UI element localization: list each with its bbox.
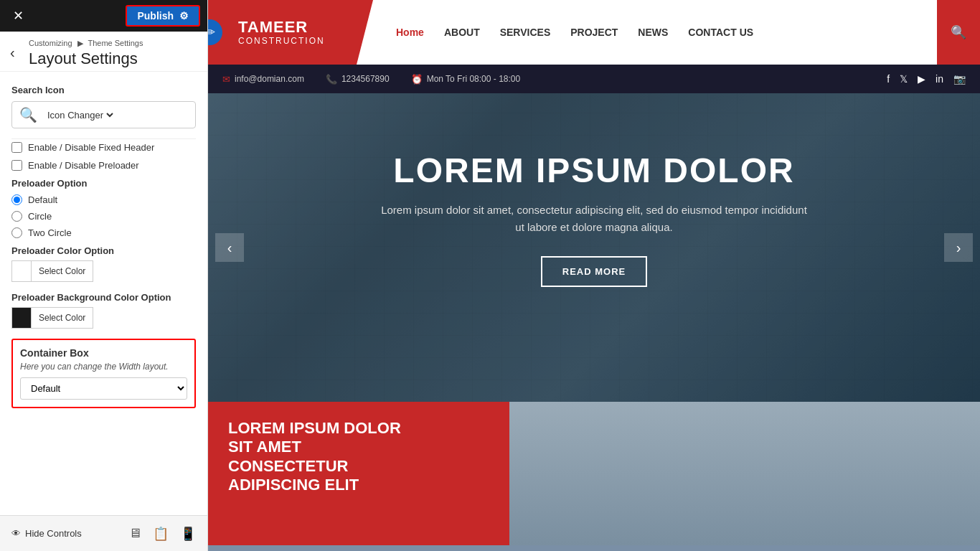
hero-content: LOREM IPSUM DOLOR Lorem ipsum dolor sit … xyxy=(208,93,980,287)
hide-controls-button[interactable]: 👁 Hide Controls xyxy=(11,528,82,539)
preloader-option-label: Preloader Option xyxy=(11,178,196,189)
logo-area: ✏ TAMEER CONSTRUCTION xyxy=(208,0,373,65)
icon-changer-select[interactable]: Icon Changer Option 1 Option 2 xyxy=(44,109,116,121)
fixed-header-checkbox[interactable] xyxy=(11,142,22,153)
top-bar: ✕ Publish ⚙ xyxy=(0,0,207,32)
breadcrumb-customizing: Customizing xyxy=(29,39,72,47)
desktop-icon[interactable]: 🖥 xyxy=(128,526,141,542)
gear-icon: ⚙ xyxy=(179,10,189,22)
preloader-select-color-button[interactable]: Select Color xyxy=(32,260,93,282)
radio-default-row: Default xyxy=(11,194,196,205)
breadcrumb-theme-settings: Theme Settings xyxy=(88,39,143,47)
search-icon-row: 🔍 Icon Changer Option 1 Option 2 xyxy=(11,101,196,128)
breadcrumb-area: ‹ Customizing ▶ Theme Settings Layout Se… xyxy=(0,32,207,72)
publish-button[interactable]: Publish ⚙ xyxy=(126,5,200,27)
panel-scroll: Search Icon 🔍 Icon Changer Option 1 Opti… xyxy=(0,72,207,515)
logo-icon-circle: ✏ xyxy=(208,19,222,45)
tablet-icon[interactable]: 📋 xyxy=(153,526,169,542)
preloader-label: Enable / Disable Preloader xyxy=(28,160,139,171)
radio-circle[interactable] xyxy=(11,211,22,222)
nav-contact[interactable]: CONTACT US xyxy=(679,21,762,44)
container-box-section: Container Box Here you can change the Wi… xyxy=(11,339,196,408)
left-panel: ✕ Publish ⚙ ‹ Customizing ▶ Theme Settin… xyxy=(0,0,208,551)
preloader-row: Enable / Disable Preloader xyxy=(11,160,196,171)
preloader-option-section: Preloader Option Default Circle Two Circ… xyxy=(11,178,196,238)
back-button[interactable]: ‹ xyxy=(7,42,18,64)
preloader-bg-select-color-button[interactable]: Select Color xyxy=(32,307,93,329)
preloader-color-row: Select Color xyxy=(11,260,196,282)
logo-text: TAMEER CONSTRUCTION xyxy=(238,19,325,46)
instagram-icon[interactable]: 📷 xyxy=(953,73,966,85)
phone-info: 📞 1234567890 xyxy=(326,74,390,85)
container-box-description: Here you can change the Width layout. xyxy=(20,362,187,372)
preloader-bg-color-label: Preloader Background Color Option xyxy=(11,292,196,303)
company-sub: CONSTRUCTION xyxy=(238,36,325,46)
preloader-color-swatch xyxy=(11,260,32,282)
nav-services[interactable]: SERVICES xyxy=(491,21,560,44)
close-button[interactable]: ✕ xyxy=(7,5,29,27)
preloader-color-label: Preloader Color Option xyxy=(11,245,196,256)
search-icon: 🔍 xyxy=(19,106,37,123)
radio-two-circle[interactable] xyxy=(11,227,22,238)
clock-icon: ⏰ xyxy=(411,74,423,85)
facebook-icon[interactable]: f xyxy=(887,73,890,85)
phone-text: 1234567890 xyxy=(341,74,390,84)
hero-subtitle: Lorem ipsum dolor sit amet, consectetur … xyxy=(379,202,809,236)
radio-two-circle-label: Two Circle xyxy=(28,227,72,238)
container-select[interactable]: Default Boxed Wide xyxy=(20,377,187,400)
fixed-header-row: Enable / Disable Fixed Header xyxy=(11,142,196,153)
radio-circle-label: Circle xyxy=(28,211,52,222)
bottom-bar: 👁 Hide Controls 🖥 📋 📱 xyxy=(0,515,207,551)
nav-search-button[interactable]: 🔍 xyxy=(937,0,980,65)
hero-section: ‹ › LOREM IPSUM DOLOR Lorem ipsum dolor … xyxy=(208,93,980,402)
phone-icon: 📞 xyxy=(326,74,337,85)
read-more-button[interactable]: READ MORE xyxy=(541,256,647,287)
preloader-bg-color-row: Select Color xyxy=(11,307,196,329)
eye-icon: 👁 xyxy=(11,528,21,539)
radio-circle-row: Circle xyxy=(11,211,196,222)
bottom-line3: CONSECTETUR xyxy=(228,457,489,476)
search-icon-label: Search Icon xyxy=(11,85,196,95)
radio-default[interactable] xyxy=(11,194,22,205)
panel-title: Layout Settings xyxy=(29,50,196,68)
radio-two-circle-row: Two Circle xyxy=(11,227,196,238)
hero-title: LOREM IPSUM DOLOR xyxy=(208,151,980,190)
hero-prev-button[interactable]: ‹ xyxy=(215,233,244,262)
bottom-red-block: LOREM IPSUM DOLOR SIT AMET CONSECTETUR A… xyxy=(208,402,509,545)
social-icons: f 𝕏 ▶ in 📷 xyxy=(887,73,966,85)
publish-label: Publish xyxy=(137,10,174,22)
linkedin-icon[interactable]: in xyxy=(936,73,943,85)
device-icons: 🖥 📋 📱 xyxy=(128,526,196,542)
fixed-header-label: Enable / Disable Fixed Header xyxy=(28,142,154,153)
hours-info: ⏰ Mon To Fri 08:00 - 18:00 xyxy=(411,74,521,85)
hero-next-button[interactable]: › xyxy=(944,233,973,262)
preloader-checkbox[interactable] xyxy=(11,160,22,171)
container-box-title: Container Box xyxy=(20,347,187,359)
bottom-red-title: LOREM IPSUM DOLOR SIT AMET CONSECTETUR A… xyxy=(228,419,489,495)
bottom-section: LOREM IPSUM DOLOR SIT AMET CONSECTETUR A… xyxy=(208,402,980,545)
bottom-line2: SIT AMET xyxy=(228,438,489,456)
preloader-bg-color-swatch xyxy=(11,307,32,329)
site-header: ✏ TAMEER CONSTRUCTION Home ABOUT SERVICE… xyxy=(208,0,980,93)
hide-controls-label: Hide Controls xyxy=(25,528,82,539)
mobile-icon[interactable]: 📱 xyxy=(180,526,196,542)
twitter-icon[interactable]: 𝕏 xyxy=(900,73,908,85)
top-nav: ✏ TAMEER CONSTRUCTION Home ABOUT SERVICE… xyxy=(208,0,980,65)
email-icon: ✉ xyxy=(222,74,230,85)
nav-news[interactable]: NEWS xyxy=(629,21,677,44)
youtube-icon[interactable]: ▶ xyxy=(918,73,925,85)
nav-project[interactable]: PROJECT xyxy=(562,21,626,44)
preloader-color-section: Preloader Color Option Select Color xyxy=(11,245,196,282)
bottom-line1: LOREM IPSUM DOLOR xyxy=(228,419,489,438)
radio-default-label: Default xyxy=(28,194,57,205)
right-preview: ✏ TAMEER CONSTRUCTION Home ABOUT SERVICE… xyxy=(208,0,980,551)
email-text: info@domian.com xyxy=(235,74,304,84)
nav-home[interactable]: Home xyxy=(387,21,433,44)
nav-about[interactable]: ABOUT xyxy=(435,21,489,44)
divider-1 xyxy=(11,138,196,139)
bottom-line4: ADIPISCING ELIT xyxy=(228,476,489,494)
bottom-image xyxy=(509,402,980,545)
hours-text: Mon To Fri 08:00 - 18:00 xyxy=(427,74,521,84)
email-info: ✉ info@domian.com xyxy=(222,74,304,85)
breadcrumb: Customizing ▶ Theme Settings xyxy=(29,39,196,48)
